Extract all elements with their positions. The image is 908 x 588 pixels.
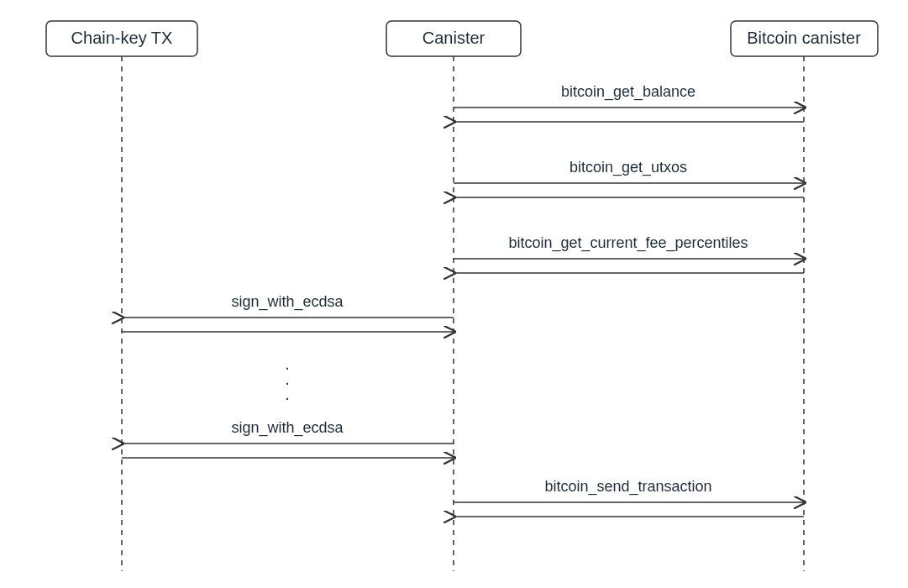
msg-label-sign-ecdsa-1: sign_with_ecdsa	[231, 293, 344, 311]
msg-label-sign-ecdsa-2: sign_with_ecdsa	[231, 419, 344, 437]
participant-bitcoin-canister: Bitcoin canister	[731, 21, 878, 56]
msg-label-fee-pctiles: bitcoin_get_current_fee_percentiles	[508, 234, 748, 252]
sequence-diagram: Chain-key TX Canister Bitcoin canister b…	[0, 0, 908, 588]
participant-canister: Canister	[386, 21, 521, 56]
participant-label: Chain-key TX	[71, 29, 173, 47]
msg-label-get-balance: bitcoin_get_balance	[561, 83, 695, 101]
ellipsis-dot: .	[285, 385, 290, 403]
msg-label-get-utxos: bitcoin_get_utxos	[569, 159, 687, 176]
participant-label: Canister	[423, 29, 485, 47]
msg-label-send-tx: bitcoin_send_transaction	[544, 478, 711, 496]
participant-chain-key-tx: Chain-key TX	[46, 21, 197, 56]
participant-label: Bitcoin canister	[747, 29, 861, 47]
